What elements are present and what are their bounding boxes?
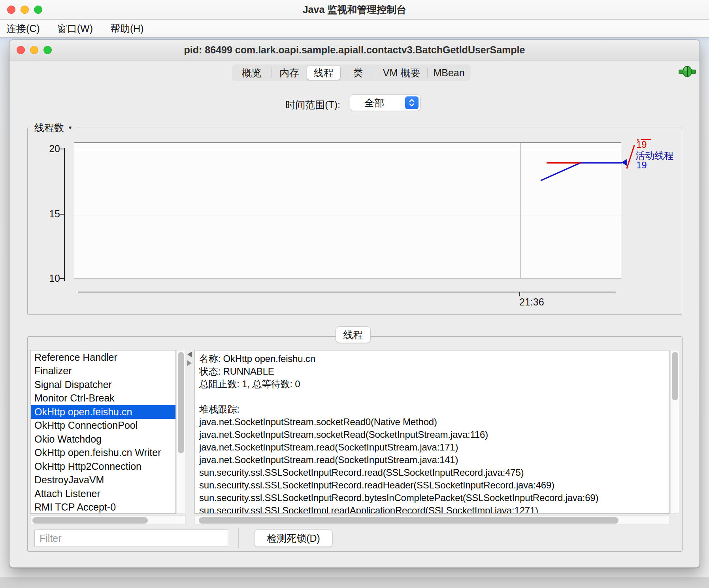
collapse-left-icon[interactable]: [187, 352, 192, 357]
tabbar: 概览 内存 线程 类 VM 概要 MBean: [232, 64, 471, 81]
thread-count-chart-group: 线程数 ▼ 20 15 10: [27, 128, 682, 315]
list-item[interactable]: RMI TCP Accept-0: [31, 501, 175, 514]
list-item-selected[interactable]: OkHttp open.feishu.cn: [31, 405, 175, 419]
legend-arrow-icon: [621, 159, 627, 166]
chart-plot-area: [74, 142, 621, 279]
thread-list-horizontal-scrollbar[interactable]: [30, 515, 186, 525]
list-item[interactable]: Okio Watchdog: [31, 432, 175, 446]
stack-line: java.net.SocketInputStream.socketRead0(N…: [199, 416, 665, 428]
thread-detail-panel[interactable]: 名称: OkHttp open.feishu.cn 状态: RUNNABLE 总…: [194, 350, 669, 514]
time-range-value: 全部: [364, 96, 384, 109]
scrollbar-thumb[interactable]: [178, 352, 184, 453]
list-item[interactable]: OkHttp ConnectionPool: [31, 419, 175, 433]
tab-classes[interactable]: 类: [340, 64, 376, 81]
detail-horizontal-scrollbar[interactable]: [194, 515, 669, 525]
scrollbar-thumb[interactable]: [672, 352, 678, 400]
chart-series-lines: [74, 143, 622, 279]
zoom-button[interactable]: [34, 6, 42, 14]
y-tick-20: 20: [36, 143, 60, 155]
connection-status-icon: [679, 65, 696, 78]
splitter-toggle[interactable]: [187, 352, 194, 366]
list-item[interactable]: Reference Handler: [31, 351, 175, 364]
tab-overview[interactable]: 概览: [232, 64, 272, 81]
thread-counts-line: 总阻止数: 1, 总等待数: 0: [199, 378, 665, 390]
menu-window[interactable]: 窗口(W): [57, 22, 93, 35]
x-axis-line: [78, 292, 616, 292]
outer-body: pid: 86499 com.lark.oapi.sample.apiall.c…: [0, 38, 709, 577]
stack-line: java.net.SocketInputStream.read(SocketIn…: [199, 441, 665, 454]
thread-list[interactable]: Reference Handler Finalizer Signal Dispa…: [30, 350, 176, 514]
inner-window-title: pid: 86499 com.lark.oapi.sample.apiall.c…: [9, 44, 700, 56]
minimize-button[interactable]: [21, 6, 29, 14]
time-range-select[interactable]: 全部: [350, 95, 420, 111]
time-range-label: 时间范围(T):: [261, 98, 340, 111]
inner-close-button[interactable]: [17, 46, 25, 54]
menubar: 连接(C) 窗口(W) 帮助(H): [0, 20, 709, 38]
list-item[interactable]: Attach Listener: [31, 487, 175, 501]
inner-traffic-lights: [17, 46, 52, 54]
detail-vertical-scrollbar[interactable]: [670, 350, 679, 514]
inner-zoom-button[interactable]: [43, 46, 52, 54]
legend-live-value: 19: [636, 160, 647, 171]
list-item[interactable]: DestroyJavaVM: [31, 473, 175, 487]
thread-name-line: 名称: OkHttp open.feishu.cn: [199, 352, 665, 365]
y-tick-10: 10: [36, 273, 60, 284]
thread-list-vertical-scrollbar[interactable]: [176, 350, 185, 514]
scrollbar-thumb[interactable]: [32, 517, 148, 524]
close-button[interactable]: [7, 6, 15, 14]
stack-line: java.net.SocketInputStream.socketRead(So…: [199, 428, 665, 441]
legend-peak-value: 19: [636, 139, 647, 150]
y-axis-line: [64, 148, 65, 281]
list-item[interactable]: OkHttp Http2Connection: [31, 460, 175, 473]
threads-section-button[interactable]: 线程: [336, 326, 371, 343]
outer-traffic-lights: [7, 6, 42, 14]
stack-line: sun.security.ssl.SSLSocketImpl.readAppli…: [199, 504, 665, 514]
list-item[interactable]: Monitor Ctrl-Break: [31, 392, 175, 405]
menu-help[interactable]: 帮助(H): [110, 22, 144, 35]
tab-vm-summary[interactable]: VM 概要: [376, 64, 427, 81]
outer-window-title: Java 监视和管理控制台: [0, 3, 709, 16]
menu-connect[interactable]: 连接(C): [6, 22, 40, 35]
chart-title-dropdown[interactable]: 线程数 ▼: [31, 121, 76, 134]
outer-titlebar: Java 监视和管理控制台: [0, 0, 709, 19]
inner-minimize-button[interactable]: [30, 46, 38, 54]
stack-line: java.net.SocketInputStream.read(SocketIn…: [199, 454, 665, 466]
scrollbar-thumb[interactable]: [199, 517, 618, 524]
screen: Java 监视和管理控制台 连接(C) 窗口(W) 帮助(H) pid: 864…: [0, 0, 709, 588]
chevron-up-down-icon: [405, 96, 419, 109]
tab-mbean[interactable]: MBean: [427, 64, 471, 81]
inner-window: pid: 86499 com.lark.oapi.sample.apiall.c…: [9, 40, 700, 568]
list-item[interactable]: Finalizer: [31, 364, 175, 378]
blank-line: [199, 390, 665, 403]
chart-title: 线程数: [34, 121, 64, 134]
filter-input[interactable]: [34, 530, 228, 547]
stack-line: sun.security.ssl.SSLSocketInputRecord.by…: [199, 492, 665, 504]
divider: [238, 528, 239, 548]
x-tick-label: 21:36: [519, 296, 544, 308]
list-item[interactable]: OkHttp open.feishu.cn Writer: [31, 446, 175, 460]
chevron-down-icon: ▼: [68, 125, 73, 131]
stack-line: sun.security.ssl.SSLSocketInputRecord.re…: [199, 466, 665, 479]
threads-bottom-group: Reference Handler Finalizer Signal Dispa…: [27, 336, 683, 552]
list-item[interactable]: Signal Dispatcher: [31, 378, 175, 392]
tab-threads[interactable]: 线程: [307, 66, 340, 80]
stack-trace-header: 堆栈跟踪:: [199, 403, 665, 416]
detect-deadlock-button[interactable]: 检测死锁(D): [254, 530, 333, 547]
thread-state-line: 状态: RUNNABLE: [199, 365, 665, 378]
tab-memory[interactable]: 内存: [272, 64, 307, 81]
y-tick-15: 15: [36, 208, 60, 220]
legend-red-slash: [626, 145, 635, 169]
collapse-right-icon[interactable]: [187, 360, 192, 366]
stack-line: sun.security.ssl.SSLSocketInputRecord.re…: [199, 479, 665, 492]
inner-titlebar: pid: 86499 com.lark.oapi.sample.apiall.c…: [9, 40, 700, 60]
